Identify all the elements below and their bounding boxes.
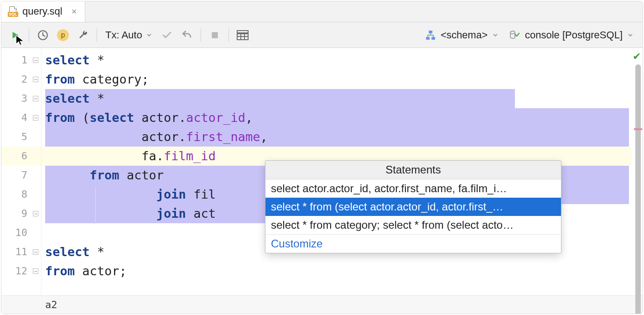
popup-title: Statements <box>265 161 561 179</box>
history-icon <box>37 29 49 41</box>
fold-marker[interactable] <box>33 211 38 216</box>
code-line: from category; <box>42 70 632 89</box>
console-label: console [PostgreSQL] <box>525 29 623 41</box>
line-number: 12 <box>1 262 41 281</box>
error-stripe-marker[interactable] <box>634 128 642 130</box>
code-line: select * <box>42 89 632 108</box>
svg-rect-2 <box>237 31 248 33</box>
history-button[interactable] <box>34 26 52 44</box>
fold-marker[interactable] <box>33 77 38 82</box>
close-tab-icon[interactable]: × <box>67 7 77 16</box>
line-number: 2 <box>1 70 41 89</box>
sql-file-icon: SQL <box>8 6 18 16</box>
toolbar-separator <box>97 28 97 42</box>
output-button[interactable] <box>234 26 252 44</box>
customize-link[interactable]: Customize <box>265 234 561 253</box>
tx-mode-selector[interactable]: Tx: Auto <box>102 29 156 41</box>
svg-rect-1 <box>212 32 218 38</box>
svg-rect-8 <box>426 37 430 40</box>
checkmark-icon <box>161 30 172 41</box>
file-tab[interactable]: SQL query.sql × <box>1 1 85 22</box>
fold-marker[interactable] <box>33 115 38 121</box>
inspection-ok-icon[interactable]: ✔ <box>633 51 641 63</box>
statements-popup: Statements select actor.actor_id, actor.… <box>265 160 561 253</box>
undo-icon <box>181 29 193 41</box>
fold-marker[interactable] <box>33 249 38 255</box>
line-number: 11 <box>1 242 41 262</box>
code-line: from actor; <box>42 262 632 281</box>
chevron-down-icon <box>627 32 634 38</box>
p-button[interactable]: p <box>54 26 72 44</box>
statement-option[interactable]: select actor.actor_id, actor.first_name,… <box>265 179 561 198</box>
breadcrumb-bar: a2 <box>1 295 643 314</box>
code-editor[interactable]: 1 2 3 4 5 6 7 8 9 10 11 12 select * from… <box>1 48 643 295</box>
line-number: 10 <box>1 223 41 242</box>
sql-toolbar: p Tx: Auto <box>1 22 643 48</box>
line-number: 5 <box>1 127 41 147</box>
p-icon: p <box>57 29 69 41</box>
code-line: from (select actor.actor_id, <box>42 108 632 127</box>
editor-tabbar: SQL query.sql × <box>1 1 643 22</box>
schema-label: <schema> <box>441 29 488 41</box>
line-number: 9 <box>1 204 41 223</box>
fold-marker[interactable] <box>33 58 38 63</box>
stop-icon <box>210 31 219 40</box>
schema-selector[interactable]: <schema> <box>421 29 503 41</box>
stop-button[interactable] <box>206 26 224 44</box>
statement-option[interactable]: select * from category; select * from (s… <box>265 216 561 234</box>
toolbar-separator <box>29 28 29 42</box>
code-area[interactable]: select * from category; select * from (s… <box>42 48 632 295</box>
toolbar-separator <box>201 28 201 42</box>
line-number: 4 <box>1 108 41 127</box>
editor-right-panel: ✔ <box>632 48 643 295</box>
toolbar-separator <box>229 28 229 42</box>
line-number: 8 <box>1 185 41 204</box>
rollback-button[interactable] <box>178 26 196 44</box>
commit-button[interactable] <box>158 26 176 44</box>
chevron-down-icon <box>146 32 152 38</box>
wrench-icon <box>78 30 88 41</box>
line-gutter: 1 2 3 4 5 6 7 8 9 10 11 12 <box>1 48 42 295</box>
line-number: 6 <box>1 147 41 166</box>
fold-marker[interactable] <box>33 268 38 274</box>
tab-filename: query.sql <box>22 5 62 17</box>
settings-button[interactable] <box>74 26 92 44</box>
code-line: actor.first_name, <box>42 127 632 147</box>
line-number: 3 <box>1 89 41 108</box>
play-icon <box>10 30 20 40</box>
datasource-icon <box>509 30 520 41</box>
line-number: 1 <box>1 51 41 70</box>
breadcrumb-item[interactable]: a2 <box>45 299 57 310</box>
svg-rect-9 <box>431 37 435 40</box>
ide-frame: SQL query.sql × p <box>1 1 643 314</box>
chevron-down-icon <box>492 32 499 38</box>
line-number: 7 <box>1 166 41 185</box>
svg-point-10 <box>510 31 515 34</box>
run-button[interactable] <box>6 26 24 44</box>
svg-rect-7 <box>429 31 432 33</box>
vertical-scrollbar[interactable] <box>635 64 641 314</box>
schema-icon <box>425 30 436 41</box>
tx-label: Tx: Auto <box>105 29 142 41</box>
console-selector[interactable]: console [PostgreSQL] <box>505 29 638 41</box>
statement-option[interactable]: select * from (select actor.actor_id, ac… <box>265 198 561 216</box>
fold-marker[interactable] <box>33 96 38 101</box>
table-output-icon <box>237 30 249 40</box>
code-line: select * <box>42 51 632 70</box>
